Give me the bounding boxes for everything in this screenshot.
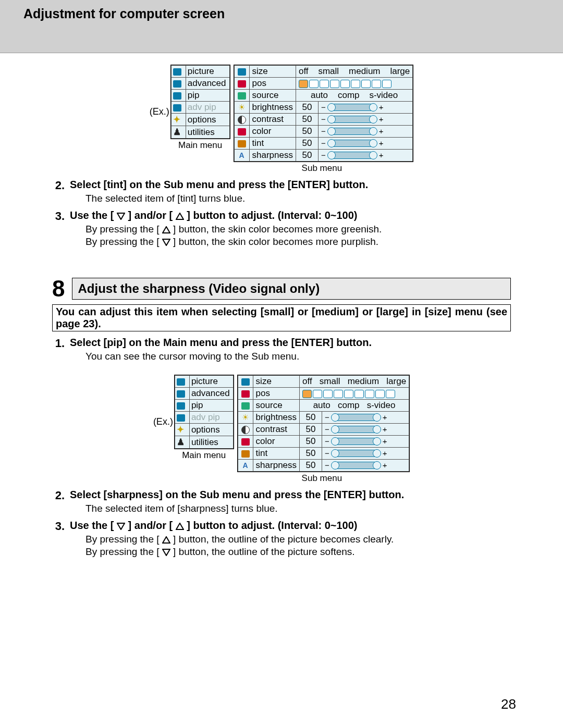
step-sub: You can see the cursor moving to the Sub… xyxy=(85,351,511,362)
mainmenu-item: pip xyxy=(175,400,233,412)
utilities-icon: ♟ xyxy=(177,437,185,447)
step-a-3: 3. Use the [ ] and/or [ ] button to adju… xyxy=(52,209,511,249)
pos-icon xyxy=(241,390,250,398)
advanced-icon xyxy=(173,80,181,88)
svg-marker-6 xyxy=(163,537,170,543)
section-title: Adjust the sharpness (Video signal only) xyxy=(72,278,511,300)
mainmenu-item: picture xyxy=(175,376,233,388)
step-b-1: 1. Select [pip] on the Main menu and pre… xyxy=(52,337,511,363)
svg-marker-3 xyxy=(163,239,170,245)
step-sub: By pressing the [ ] button, the skin col… xyxy=(85,224,511,235)
step-sub: By pressing the [ ] button, the outline … xyxy=(85,534,511,545)
svg-marker-2 xyxy=(163,227,170,233)
svg-marker-0 xyxy=(117,213,125,219)
sub-menu-box: size off small medium large pos xyxy=(234,65,414,162)
picture-icon xyxy=(177,378,185,386)
pos-boxes xyxy=(299,80,391,88)
advanced-icon xyxy=(177,390,185,398)
submenu-caption: Sub menu xyxy=(230,163,414,174)
triangle-down-icon xyxy=(162,239,170,246)
advpip-icon xyxy=(177,414,185,422)
svg-marker-5 xyxy=(176,523,183,529)
triangle-up-icon xyxy=(176,523,184,530)
menu-diagram-1: (Ex.) picture advanced pip adv pip ✦opti… xyxy=(52,65,511,174)
submenu-row-pos: pos xyxy=(234,78,413,90)
submenu-row-tint: tint 50 −+ xyxy=(234,138,413,150)
pip-icon xyxy=(177,402,185,410)
svg-marker-4 xyxy=(117,523,125,529)
section-number: 8 xyxy=(52,277,65,300)
mainmenu-item: advanced xyxy=(171,78,229,90)
advpip-icon xyxy=(173,104,181,112)
source-icon xyxy=(238,92,246,100)
example-label: (Ex.) xyxy=(150,106,169,117)
pos-icon xyxy=(238,80,246,88)
submenu-row-color: color 50 −+ xyxy=(234,126,413,138)
submenu-row-sharpness: A sharpness 50 −+ xyxy=(234,150,413,162)
step-title: Select [sharpness] on the Sub menu and p… xyxy=(70,489,511,501)
sharpness-icon: A xyxy=(239,151,244,159)
contrast-icon xyxy=(241,426,250,434)
options-icon: ✦ xyxy=(177,425,184,435)
mainmenu-item: ♟utilities xyxy=(175,436,233,449)
section-8: 8 Adjust the sharpness (Video signal onl… xyxy=(52,277,511,331)
main-menu-box: picture advanced pip adv pip ✦options ♟u… xyxy=(170,65,230,139)
triangle-down-icon xyxy=(162,549,170,556)
color-icon xyxy=(241,438,250,446)
example-label: (Ex.) xyxy=(153,416,173,427)
mainmenu-item: adv pip xyxy=(175,412,233,424)
mainmenu-item: adv pip xyxy=(171,102,229,114)
picture-icon xyxy=(173,68,181,76)
step-sub: The selected item of [tint] turns blue. xyxy=(85,193,511,204)
options-icon: ✦ xyxy=(173,115,180,125)
color-icon xyxy=(238,128,246,135)
mainmenu-item: picture xyxy=(171,66,229,78)
mainmenu-item: pip xyxy=(171,90,229,102)
triangle-down-icon xyxy=(117,213,125,220)
step-b-3: 3. Use the [ ] and/or [ ] button to adju… xyxy=(52,520,511,559)
submenu-row-source: source auto comp s-video xyxy=(234,90,413,102)
step-title: Select [pip] on the Main menu and press … xyxy=(70,337,511,349)
mainmenu-item: ♟utilities xyxy=(171,126,229,139)
main-menu-box: picture advanced pip adv pip ✦options ♟u… xyxy=(174,375,234,449)
step-title: Use the [ ] and/or [ ] button to adjust.… xyxy=(70,520,511,532)
slider-track xyxy=(328,104,377,111)
mainmenu-caption: Main menu xyxy=(174,450,234,461)
submenu-row-size: size off small medium large xyxy=(234,66,413,78)
triangle-up-icon xyxy=(176,213,184,220)
contrast-icon xyxy=(238,116,246,124)
svg-marker-1 xyxy=(176,213,183,219)
step-sub: By pressing the [ ] button, the outline … xyxy=(85,546,511,558)
step-sub: By pressing the [ ] button, the skin col… xyxy=(85,236,511,248)
step-sub: The selected item of [sharpness] turns b… xyxy=(85,503,511,514)
step-title: Use the [ ] and/or [ ] button to adjust.… xyxy=(70,209,511,221)
step-a-2: 2. Select [tint] on the Sub menu and pre… xyxy=(52,179,511,205)
source-icon xyxy=(241,402,250,410)
triangle-down-icon xyxy=(117,523,125,530)
tint-icon xyxy=(238,140,246,147)
submenu-row-brightness: ☀ brightness 50 −+ xyxy=(234,102,413,114)
section-note: You can adjust this item when selecting … xyxy=(52,304,511,331)
mainmenu-item: advanced xyxy=(175,388,233,400)
sharpness-icon: A xyxy=(243,461,248,470)
utilities-icon: ♟ xyxy=(173,127,181,137)
svg-marker-7 xyxy=(163,549,170,556)
size-icon xyxy=(238,68,246,76)
triangle-up-icon xyxy=(162,226,170,233)
submenu-caption: Sub menu xyxy=(234,473,410,484)
mainmenu-item: ✦options xyxy=(175,424,233,436)
triangle-up-icon xyxy=(162,536,170,544)
page-header: Adjustment for computer screen xyxy=(0,0,563,53)
step-b-2: 2. Select [sharpness] on the Sub menu an… xyxy=(52,489,511,515)
tint-icon xyxy=(241,450,250,458)
page-number: 28 xyxy=(501,696,516,712)
mainmenu-item: ✦options xyxy=(171,114,229,126)
brightness-icon: ☀ xyxy=(242,413,249,422)
sub-menu-box: size off small medium large pos source a… xyxy=(237,375,410,472)
menu-diagram-2: (Ex.) picture advanced pip adv pip ✦opti… xyxy=(52,375,511,484)
pip-icon xyxy=(173,92,181,100)
size-icon xyxy=(241,378,250,386)
mainmenu-caption: Main menu xyxy=(170,140,230,151)
page-title: Adjustment for computer screen xyxy=(23,6,540,21)
submenu-row-contrast: contrast 50 −+ xyxy=(234,114,413,126)
